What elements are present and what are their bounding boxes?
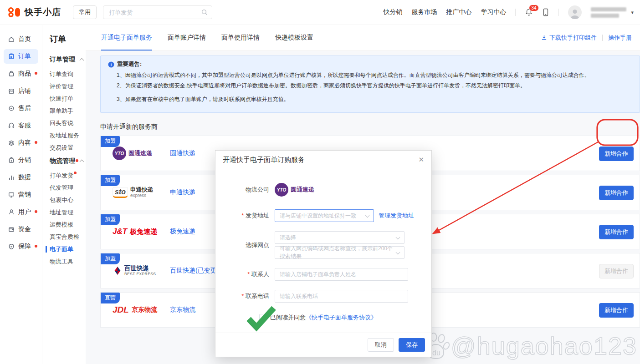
manage-address-link[interactable]: 管理发货地址 bbox=[379, 212, 414, 220]
group-order-management[interactable]: 订单管理 bbox=[50, 56, 83, 64]
submenu-title: 订单 bbox=[50, 34, 86, 45]
divider bbox=[602, 35, 603, 41]
sidebar-item-goods[interactable]: 商品 bbox=[4, 66, 38, 81]
submenu-item-freight-template[interactable]: 运费模板 bbox=[50, 222, 86, 228]
provider-link-yto[interactable]: 圆通快递 bbox=[170, 149, 195, 157]
notification-bell-icon[interactable]: 34 bbox=[525, 8, 533, 16]
notification-dot bbox=[35, 72, 37, 75]
notice-line-3: 3、如果您有在审核中的电子面单账户，请及时联系网点审核并且充值。 bbox=[117, 96, 632, 103]
submenu-item-dropship[interactable]: 代发管理 bbox=[50, 185, 86, 191]
sidebar-item-content[interactable]: 内容 bbox=[4, 136, 38, 150]
notification-dot bbox=[35, 210, 37, 213]
add-cooperation-button-yto[interactable]: 新增合作 bbox=[599, 147, 634, 161]
jt-express-logo: J&T 极兔速递 bbox=[113, 227, 164, 236]
agreement-text: 已阅读并同意 bbox=[270, 313, 306, 322]
manual-link[interactable]: 操作手册 bbox=[608, 34, 632, 42]
nav-kuaifenxiao[interactable]: 快分销 bbox=[383, 8, 402, 16]
sidebar-item-service[interactable]: 客服 bbox=[4, 118, 38, 133]
notice-line-1: 1、因物流公司的运营模式的不同，其中加盟型运营公司是以网点为单位进行账户核算，所… bbox=[117, 71, 632, 79]
company-label: 物流公司 bbox=[215, 186, 269, 194]
sidebar-item-aftersale[interactable]: 售后 bbox=[4, 101, 38, 116]
submenu-item-repeat-customer[interactable]: 回头客说 bbox=[50, 120, 86, 126]
app-logo[interactable]: 快手小店 bbox=[7, 6, 61, 18]
user-avatar[interactable] bbox=[568, 5, 582, 19]
save-button[interactable]: 保存 bbox=[399, 338, 425, 352]
sidebar-item-distribution[interactable]: 分销 bbox=[4, 153, 38, 167]
submenu-item-order-assistant[interactable]: 跟单助手 bbox=[50, 108, 86, 114]
phone-input[interactable] bbox=[275, 290, 408, 303]
topbar-right: 快分销 服务市场 推广中心 学习中心 34 bbox=[383, 5, 634, 19]
divider bbox=[558, 9, 559, 16]
chevron-up-icon bbox=[80, 58, 84, 63]
submenu-item-quick-print[interactable]: 快速打单 bbox=[50, 96, 86, 102]
notification-dot bbox=[35, 141, 37, 144]
notification-dot bbox=[74, 172, 77, 174]
submenu-item-order-query[interactable]: 订单查询 bbox=[50, 71, 86, 77]
submenu-item-address-management[interactable]: 地址管理 bbox=[50, 209, 86, 216]
outlet-search-select[interactable]: 可输入网点编码或网点名称查找，展示前200个搜索结果 bbox=[275, 246, 404, 259]
ship-address-label: 发货地址 bbox=[215, 212, 269, 220]
add-cooperation-button-jdl[interactable]: 新增合作 bbox=[599, 303, 634, 318]
tabs-bar: 开通电子面单服务 面单账户详情 面单使用详情 快递模板设置 下载快手打印组件 操… bbox=[86, 25, 640, 51]
cancel-button[interactable]: 取消 bbox=[368, 338, 394, 352]
phone-label: 联系电话 bbox=[215, 292, 269, 300]
notice-line-2: 2、为保证消费者的数据安全,快手电商近期将对用户订单数据逐步加密。数据加密后，商… bbox=[117, 82, 632, 90]
agreement-checkbox[interactable] bbox=[259, 314, 266, 321]
download-print-component-link[interactable]: 下载快手打印组件 bbox=[541, 34, 597, 42]
ship-address-select[interactable]: 请与店铺中设置的地址保持一致 bbox=[275, 209, 374, 222]
add-cooperation-button-sto[interactable]: 新增合作 bbox=[599, 186, 634, 200]
sidebar-item-data[interactable]: 数据 bbox=[4, 170, 38, 185]
important-notice: 重要通告: 1、因物流公司的运营模式的不同，其中加盟型运营公司是以网点为单位进行… bbox=[100, 56, 640, 113]
submenu-item-print-ship[interactable]: 打单发货 bbox=[50, 172, 86, 179]
tab-waybill-usage-detail[interactable]: 面单使用详情 bbox=[221, 25, 260, 51]
section-title: 申请开通新的服务商 bbox=[100, 123, 640, 131]
best-express-logo: 百世快递 BEST EXPRESS bbox=[113, 265, 164, 276]
chevron-down-icon bbox=[365, 213, 370, 218]
info-icon bbox=[108, 61, 114, 68]
sidebar-item-shop[interactable]: 店铺 bbox=[4, 84, 38, 98]
nav-promotion-center[interactable]: 推广中心 bbox=[446, 8, 471, 16]
sidebar-item-funds[interactable]: 资金 bbox=[4, 222, 38, 237]
chevron-up-icon bbox=[80, 160, 84, 164]
search-input[interactable] bbox=[108, 9, 198, 16]
submenu-item-address-change[interactable]: 改地址服务 bbox=[50, 132, 86, 139]
chevron-down-icon[interactable]: ▾ bbox=[631, 10, 634, 15]
tab-open-ewaybill-service[interactable]: 开通电子面单服务 bbox=[101, 25, 152, 51]
tab-express-template-settings[interactable]: 快递模板设置 bbox=[275, 25, 313, 51]
sidebar-item-home[interactable]: 首页 bbox=[4, 32, 38, 46]
modal-title: 开通快手电子面单订购服务 bbox=[223, 156, 305, 164]
nav-learning-center[interactable]: 学习中心 bbox=[481, 8, 506, 16]
sidebar-item-orders[interactable]: 订单 bbox=[4, 49, 38, 64]
sidebar-item-users[interactable]: 用户 bbox=[4, 205, 38, 219]
best-diamond-icon bbox=[113, 266, 123, 276]
submenu-item-quality-check[interactable]: 真宝合质检 bbox=[50, 234, 86, 240]
sidebar-item-protection[interactable]: 保障 bbox=[4, 239, 38, 254]
franchise-badge: 加盟 bbox=[101, 253, 120, 264]
add-cooperation-button-jt[interactable]: 新增合作 bbox=[599, 225, 634, 239]
submenu-item-trade-settings[interactable]: 交易设置 bbox=[50, 145, 86, 151]
add-cooperation-button-best-disabled: 新增合作 bbox=[599, 264, 634, 278]
submenu-item-ewaybill[interactable]: 电子面单 bbox=[46, 246, 86, 253]
provider-link-sto[interactable]: 申通快递 bbox=[170, 188, 195, 197]
quick-access-button[interactable]: 常用 bbox=[73, 5, 97, 19]
sidebar-item-marketing[interactable]: 营销 bbox=[4, 187, 38, 202]
mobile-app-icon[interactable] bbox=[542, 8, 549, 16]
provider-link-jdl[interactable]: 京东物流 bbox=[170, 306, 195, 314]
agreement-link[interactable]: 《快手电子面单服务协议》 bbox=[306, 313, 377, 322]
outlet-select[interactable]: 请选择 bbox=[275, 231, 404, 244]
nav-service-market[interactable]: 服务市场 bbox=[411, 8, 437, 16]
submenu-item-parcel-center[interactable]: 包裹中心 bbox=[50, 197, 86, 203]
tab-waybill-account-detail[interactable]: 面单账户详情 bbox=[168, 25, 206, 51]
close-icon[interactable]: ✕ bbox=[418, 156, 424, 164]
submenu-item-logistics-tools[interactable]: 物流工具 bbox=[50, 258, 86, 265]
submenu-item-review-management[interactable]: 评价管理 bbox=[50, 83, 86, 90]
provider-link-jt[interactable]: 极兔速递 bbox=[170, 228, 195, 236]
global-search bbox=[103, 5, 212, 19]
franchise-badge: 加盟 bbox=[101, 214, 120, 225]
search-icon[interactable] bbox=[201, 9, 208, 16]
group-logistics-management[interactable]: 物流管理 bbox=[50, 157, 83, 165]
contact-input[interactable] bbox=[275, 268, 408, 281]
jd-logistics-logo: JDL 京东物流 bbox=[113, 305, 164, 315]
tab-actions: 下载快手打印组件 操作手册 bbox=[541, 34, 632, 42]
chevron-down-icon bbox=[396, 250, 400, 255]
